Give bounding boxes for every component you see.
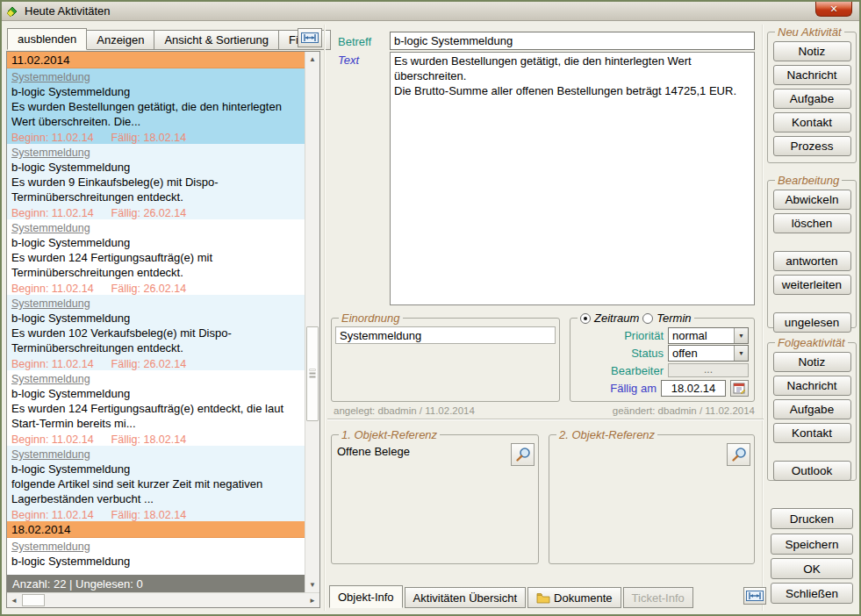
expand-width-button-bottom[interactable] xyxy=(743,587,766,605)
tab-aktivitaeten-uebersicht[interactable]: Aktivitäten Übersicht xyxy=(405,587,527,608)
entry-title: b-logic Systemmeldung xyxy=(11,235,300,250)
neu-kontakt-button[interactable]: Kontakt xyxy=(773,112,851,133)
entry-category-link[interactable]: Systemmeldung xyxy=(11,221,300,235)
dropdown-arrow-icon: ▼ xyxy=(734,328,748,343)
einordnung-input[interactable] xyxy=(335,326,556,344)
einordnung-group: Einordnung xyxy=(331,312,560,402)
entry-title: b-logic Systemmeldung xyxy=(11,462,300,476)
expand-width-button-top[interactable] xyxy=(298,28,322,47)
entry-category-link[interactable]: Systemmeldung xyxy=(11,70,300,84)
neu-prozess-button[interactable]: Prozess xyxy=(773,136,851,156)
drucken-button[interactable]: Drucken xyxy=(771,508,853,529)
entry-body: Es wurden Bestellungen getätigt, die den… xyxy=(11,99,300,129)
close-icon: ✕ xyxy=(829,4,837,14)
angelegt-text: angelegt: dbadmin / 11.02.2014 xyxy=(334,405,475,416)
objekt-referenz-2-legend: 2. Objekt-Referenz xyxy=(556,428,657,441)
scrollbar-thumb[interactable] xyxy=(22,594,45,606)
entry-title: b-logic Systemmeldung xyxy=(11,84,300,99)
list-item[interactable]: Systemmeldung b-logic Systemmeldung Es w… xyxy=(7,219,305,295)
betreff-input[interactable] xyxy=(390,32,755,50)
entry-body: Es wurden 124 Fertigungsaufträg(e) mit T… xyxy=(11,250,300,280)
resize-horizontal-icon xyxy=(301,32,319,43)
list-item[interactable]: Systemmeldung b-logic Systemmeldung Es w… xyxy=(7,144,305,219)
title-bar: Heute Aktivitäten ✕ xyxy=(2,2,859,21)
entry-category-link[interactable]: Systemmeldung xyxy=(11,448,300,462)
objekt-referenz-2-search-button[interactable] xyxy=(727,443,750,466)
tab-objekt-info[interactable]: Objekt-Info xyxy=(329,585,403,608)
tab-anzeigen[interactable]: Anzeigen xyxy=(87,30,154,50)
activity-list-panel: 11.02.2014 Systemmeldung b-logic Systemm… xyxy=(6,51,320,608)
neu-aufgabe-button[interactable]: Aufgabe xyxy=(773,89,851,109)
scroll-down-icon[interactable]: ▼ xyxy=(305,577,319,592)
status-label: Status xyxy=(631,347,664,360)
abwickeln-button[interactable]: Abwickeln xyxy=(773,190,851,210)
zeitraum-radio-label: Zeitraum xyxy=(594,312,639,325)
antworten-button[interactable]: antworten xyxy=(773,251,851,271)
list-item[interactable]: Systemmeldung b-logic Systemmeldung folg… xyxy=(7,446,305,521)
objekt-referenz-1-search-button[interactable] xyxy=(511,443,535,466)
weiterleiten-button[interactable]: weiterleiten xyxy=(773,275,851,295)
loeschen-button[interactable]: löschen xyxy=(773,213,851,233)
list-status-bar: Anzahl: 22 | Ungelesen: 0 xyxy=(7,575,305,592)
list-item[interactable]: Systemmeldung b-logic Systemmeldung xyxy=(7,538,305,575)
tab-ansicht-sortierung[interactable]: Ansicht & Sortierung xyxy=(154,30,279,50)
einordnung-legend: Einordnung xyxy=(339,312,403,325)
horizontal-scrollbar[interactable]: ◄ ► xyxy=(7,592,319,607)
entry-body: Es wurden 124 Fertigungsaufträg(e) entde… xyxy=(11,401,300,431)
vertical-scrollbar[interactable]: ▲ ▼ xyxy=(305,52,319,592)
folge-nachricht-button[interactable]: Nachricht xyxy=(773,376,851,396)
entry-category-link[interactable]: Systemmeldung xyxy=(11,146,300,160)
zeitraum-radio[interactable] xyxy=(580,313,591,324)
schliessen-button[interactable]: Schließen xyxy=(771,583,853,604)
entry-category-link[interactable]: Systemmeldung xyxy=(11,297,300,311)
entry-category-link[interactable]: Systemmeldung xyxy=(11,540,300,554)
prioritaet-select[interactable]: normal ▼ xyxy=(668,327,749,344)
scroll-up-icon[interactable]: ▲ xyxy=(305,52,319,67)
entry-title: b-logic Systemmeldung xyxy=(11,311,300,326)
list-item[interactable]: Systemmeldung b-logic Systemmeldung Es w… xyxy=(7,295,305,370)
date-group-header: 18.02.2014 xyxy=(7,521,305,538)
list-item[interactable]: Systemmeldung b-logic Systemmeldung Es w… xyxy=(7,370,305,446)
scrollbar-thumb[interactable] xyxy=(306,326,319,421)
bearbeiter-picker-button[interactable]: ... xyxy=(668,363,749,377)
list-item-selected[interactable]: Systemmeldung b-logic Systemmeldung Es w… xyxy=(7,68,305,144)
scroll-left-icon[interactable]: ◄ xyxy=(7,593,21,607)
close-button[interactable]: ✕ xyxy=(815,2,852,17)
faellig-am-input[interactable] xyxy=(661,380,726,397)
folge-kontakt-button[interactable]: Kontakt xyxy=(773,423,851,443)
folge-notiz-button[interactable]: Notiz xyxy=(773,352,851,372)
status-select[interactable]: offen ▼ xyxy=(668,345,749,362)
tab-ticket-info: Ticket-Info xyxy=(623,587,693,608)
objekt-referenz-1-group: 1. Objekt-Referenz Offene Belege xyxy=(331,428,539,564)
betreff-label: Betreff xyxy=(338,35,371,48)
entry-dates: Beginn: 11.02.14Fällig: 26.02.14 xyxy=(11,283,300,295)
entry-category-link[interactable]: Systemmeldung xyxy=(11,372,300,386)
entry-dates: Beginn: 11.02.14Fällig: 26.02.14 xyxy=(11,358,300,370)
neu-nachricht-button[interactable]: Nachricht xyxy=(773,65,851,85)
termin-radio[interactable] xyxy=(642,313,653,324)
scroll-right-icon[interactable]: ► xyxy=(305,593,319,607)
text-area[interactable]: Es wurden Bestellungen getätigt, die den… xyxy=(390,52,755,305)
entry-body: Es wurden 9 Einkaufsbeleg(e) mit Dispo-T… xyxy=(11,175,300,204)
entry-title: b-logic Systemmeldung xyxy=(11,160,300,175)
ok-button[interactable]: OK xyxy=(771,558,853,579)
prioritaet-label: Priorität xyxy=(624,329,664,342)
calendar-button[interactable] xyxy=(730,380,749,397)
neu-notiz-button[interactable]: Notiz xyxy=(773,41,851,61)
app-icon xyxy=(5,4,19,18)
search-icon xyxy=(515,447,531,462)
folge-aufgabe-button[interactable]: Aufgabe xyxy=(773,399,851,419)
text-label: Text xyxy=(338,54,359,67)
date-group-header: 11.02.2014 xyxy=(7,52,305,68)
entry-dates: Beginn: 11.02.14Fällig: 26.02.14 xyxy=(11,207,300,219)
ungelesen-button[interactable]: ungelesen xyxy=(773,312,851,333)
folgeaktivitaet-legend: Folgeaktivität xyxy=(775,336,848,349)
tab-ausblenden[interactable]: ausblenden xyxy=(7,28,87,50)
bearbeiter-label: Bearbeiter xyxy=(611,364,664,377)
speichern-button[interactable]: Speichern xyxy=(771,534,853,555)
outlook-button[interactable]: Outlook xyxy=(773,461,851,481)
dropdown-arrow-icon: ▼ xyxy=(734,346,748,361)
tab-dokumente[interactable]: Dokumente xyxy=(527,587,621,608)
left-tab-bar: ausblenden Anzeigen Ansicht & Sortierung… xyxy=(7,28,331,50)
entry-dates: Beginn: 11.02.14Fällig: 18.02.14 xyxy=(11,509,300,521)
